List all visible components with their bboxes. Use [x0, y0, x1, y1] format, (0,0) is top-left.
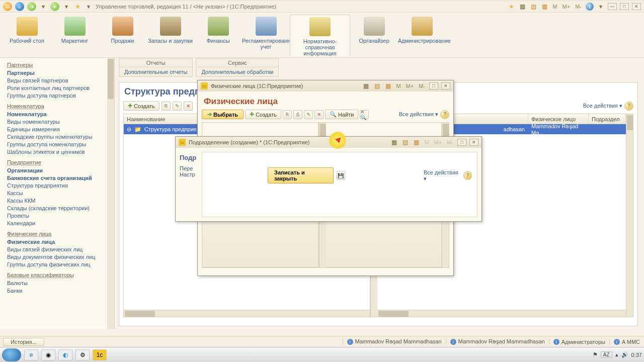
section-finance[interactable]: Финансы	[194, 15, 242, 44]
clear-search-icon[interactable]: ✕🔍	[360, 110, 369, 119]
grid-icon[interactable]: ▦	[390, 138, 398, 146]
nav-units[interactable]: Единицы измерения	[0, 125, 114, 133]
language-indicator[interactable]: AZ	[601, 351, 612, 358]
nav-nomenclature[interactable]: Номенклатура	[0, 110, 114, 118]
mminus-label[interactable]: M-	[418, 83, 426, 89]
paste-icon[interactable]: ⎙	[293, 110, 302, 119]
help-dropdown-icon[interactable]: ▾	[597, 3, 605, 11]
edit-icon[interactable]: ✎	[173, 102, 182, 111]
department-link1[interactable]: Пере	[180, 165, 200, 171]
nav-partner-access-groups[interactable]: Группы доступа партнеров	[0, 92, 114, 99]
all-actions-link[interactable]: Все действия ▾	[424, 169, 461, 182]
department-modal-title[interactable]: 1c Подразделение (создание) * (1С:Предпр…	[176, 137, 481, 148]
taskbar-1c[interactable]: 1c	[93, 349, 107, 360]
calc-icon[interactable]: ▤	[529, 3, 537, 11]
taskbar-chrome[interactable]: ◉	[41, 349, 55, 360]
nav-cashboxes-kkm[interactable]: Кассы ККМ	[0, 197, 114, 204]
taskbar-ie[interactable]: e	[24, 349, 38, 360]
right-vscroll[interactable]	[626, 114, 633, 317]
section-marketing[interactable]: Маркетинг	[51, 15, 99, 44]
nav-banks[interactable]: Банки	[0, 287, 114, 294]
nav-partner-link-types[interactable]: Виды связей партнеров	[0, 76, 114, 84]
help-icon[interactable]: ?	[440, 110, 449, 119]
copy-icon[interactable]: ⎘	[283, 110, 292, 119]
tray-up-icon[interactable]: ▴	[615, 351, 618, 358]
help-icon[interactable]: ?	[463, 171, 472, 180]
leftpanel-scrollbar[interactable]	[107, 58, 114, 329]
m-display[interactable]: M	[551, 4, 558, 10]
find-button[interactable]: 🔍Найти	[325, 110, 358, 119]
persons-modal-title[interactable]: 1c Физические лица (1С:Предприятие) ▦ ▤ …	[198, 80, 453, 92]
start-button[interactable]	[2, 348, 21, 361]
col-phys[interactable]: Физическое лицо	[528, 114, 589, 124]
cmd-extra-reports[interactable]: Дополнительные отчеты	[119, 67, 192, 76]
nav-person-doc-types[interactable]: Виды документов физических лиц	[0, 253, 114, 260]
delete-icon[interactable]: ✕	[184, 102, 193, 111]
mplus-display[interactable]: M+	[561, 4, 572, 10]
section-reference[interactable]: Нормативно-справочная информация	[290, 15, 350, 56]
tray-flag-icon[interactable]: ⚑	[593, 351, 598, 358]
calendar-icon[interactable]: ▦	[412, 138, 420, 146]
calc-icon[interactable]: ▤	[373, 82, 381, 90]
mminus-display[interactable]: M-	[574, 4, 583, 10]
create-button[interactable]: ✚Создать	[245, 110, 281, 119]
nav-bank-accounts[interactable]: Банковские счета организаций	[0, 174, 114, 182]
help-icon[interactable]: i	[586, 3, 594, 11]
nav-projects[interactable]: Проекты	[0, 212, 114, 219]
taskbar-app1[interactable]: ◐	[58, 349, 72, 360]
all-actions-link[interactable]: Все действия ▾	[399, 111, 438, 118]
right-hscroll[interactable]	[377, 310, 626, 317]
nav-cashboxes[interactable]: Кассы	[0, 189, 114, 197]
calendar-icon[interactable]: ▦	[540, 3, 548, 11]
delete-icon[interactable]: ✕	[314, 110, 324, 119]
select-button[interactable]: ➔Выбрать	[202, 110, 244, 119]
favorite-star-icon[interactable]: ★	[73, 3, 82, 11]
nav-contact-roles[interactable]: Роли контактных лиц партнеров	[0, 84, 114, 92]
nav-persons[interactable]: Физические лица	[0, 238, 114, 245]
nav-person-link-types[interactable]: Виды связей физических лиц	[0, 245, 114, 253]
all-actions-link[interactable]: Все действия ▾	[583, 103, 622, 109]
modal-close-button[interactable]: ✕	[441, 82, 450, 89]
col-dep[interactable]: Подраздел	[589, 114, 626, 124]
nav-structure[interactable]: Структура предприятия	[0, 182, 114, 189]
help-icon[interactable]: ?	[624, 102, 633, 111]
status-crumb[interactable]: iMammadov Rəşad Mammadhasan	[446, 338, 549, 345]
minimize-button[interactable]: —	[608, 3, 617, 10]
left-hscroll[interactable]	[124, 310, 370, 317]
nav-warehouse-groups[interactable]: Складские группы номенклатуры	[0, 133, 114, 140]
create-button[interactable]: ✚Создать	[123, 101, 159, 111]
status-crumb[interactable]: iA MMC	[609, 339, 644, 345]
close-button[interactable]: ✕	[632, 3, 641, 10]
section-organizer[interactable]: Органайзер	[350, 15, 398, 44]
nav-partners[interactable]: Партнеры	[0, 69, 114, 76]
clock[interactable]: 0:37	[631, 352, 642, 358]
grid-icon[interactable]: ▦	[518, 3, 526, 11]
forward-icon[interactable]: ▸	[50, 2, 59, 11]
section-desktop[interactable]: Рабочий стол	[3, 15, 51, 44]
section-admin[interactable]: Администрирование	[398, 15, 446, 44]
maximize-button[interactable]: □	[620, 3, 629, 10]
m-label[interactable]: M	[395, 83, 401, 89]
taskbar-app2[interactable]: ⚙	[75, 349, 90, 360]
fav-dropdown-icon[interactable]: ▾	[85, 3, 93, 11]
dropdown-icon[interactable]: ▾	[39, 3, 47, 11]
edit-icon[interactable]: ✎	[304, 110, 313, 119]
nav-nomenclature-types[interactable]: Виды номенклатуры	[0, 118, 114, 125]
calendar-icon[interactable]: ▦	[384, 82, 392, 90]
nav-organizations[interactable]: Организации	[0, 166, 114, 174]
status-crumb[interactable]: iАдминистраторы	[549, 339, 609, 345]
department-link2[interactable]: Настр	[180, 171, 200, 177]
calc-icon[interactable]: ▤	[401, 138, 409, 146]
nav-label-templates[interactable]: Шаблоны этикеток и ценников	[0, 148, 114, 155]
tree-collapse-icon[interactable]: ⊖	[124, 126, 134, 133]
dropdown2-icon[interactable]: ▾	[62, 3, 70, 11]
nav-person-access-groups[interactable]: Группы доступа физических лиц	[0, 260, 114, 268]
copy-icon[interactable]: ⎘	[162, 102, 171, 111]
nav-nom-access-groups[interactable]: Группы доступа номенклатуры	[0, 140, 114, 148]
star2-icon[interactable]: ★	[507, 3, 515, 11]
status-crumb[interactable]: iMammadov Rəşad Mammadhasan	[343, 338, 446, 345]
back-icon[interactable]: ◂	[27, 2, 36, 11]
home-icon[interactable]: ⌂	[15, 2, 24, 11]
nav-calendars[interactable]: Календари	[0, 219, 114, 227]
cmd-extra-processing[interactable]: Дополнительные обработки	[196, 67, 278, 76]
